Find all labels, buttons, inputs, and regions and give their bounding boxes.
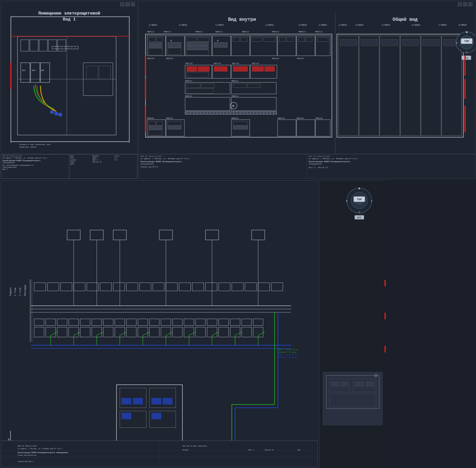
svg-text:по адресу: г.Москва, ул. Ленящ: по адресу: г.Москва, ул. Ленящих дом 87 …: [18, 448, 62, 450]
svg-rect-106: [265, 66, 275, 71]
svg-rect-188: [381, 39, 398, 46]
svg-rect-86: [316, 36, 330, 55]
svg-rect-113: [231, 82, 276, 94]
svg-text:Вид внутри: Вид внутри: [228, 17, 256, 22]
tb-roles: Разраб Пров. Лист 2 Листов 14: [93, 155, 115, 163]
right-panel-svg: Вид внутри Общий вид 1/8RG4 4/8RG4 1/8RG…: [139, 1, 475, 179]
svg-point-17: [59, 113, 62, 116]
svg-text:1/8RG4: 1/8RG4: [319, 24, 327, 26]
svg-rect-82: [287, 37, 293, 41]
svg-text:MBN252: MBN252: [166, 117, 174, 120]
svg-text:Схема электрическая: Схема электрическая: [18, 454, 36, 456]
svg-rect-114: [233, 84, 246, 88]
svg-rect-168: [297, 120, 315, 136]
svg-rect-300: [121, 413, 131, 419]
svg-text:MBM113: MBM113: [272, 31, 279, 33]
svg-rect-349: [366, 381, 374, 386]
svg-rect-57: [156, 37, 163, 41]
svg-text:N: N: [359, 187, 360, 190]
svg-rect-171: [145, 79, 146, 99]
svg-rect-60: [149, 49, 162, 55]
svg-rect-353: [384, 280, 386, 286]
svg-text:Мансарда: Мансарда: [24, 285, 26, 296]
svg-rect-36: [11, 36, 129, 37]
svg-rect-165: [233, 121, 248, 125]
svg-text:MBN162: MBN162: [297, 117, 304, 120]
tb-total-sheets: Листов 14: [318, 166, 328, 169]
drawing-area-left: Помещение элеткрощитовой Вид 1: [1, 1, 138, 179]
svg-text:Укладка в лоду кабельных трей: Укладка в лоду кабельных трей: [19, 143, 51, 146]
svg-rect-70: [187, 50, 208, 55]
svg-rect-69: [187, 46, 208, 50]
svg-text:Изм Лист № Доку Подп Дата: Изм Лист № Доку Подп Дата: [182, 445, 207, 447]
svg-text:MBM113: MBM113: [298, 31, 306, 33]
svg-rect-58: [149, 43, 162, 45]
tb-codes: Кабел АСС P_2: [114, 155, 137, 161]
title-cell-2: Изм Лист № Доку Подп Дата Разраб Пров. Л…: [69, 154, 138, 179]
svg-text:MBT142: MBT142: [214, 62, 221, 65]
svg-text:1/8RG4: 1/8RG4: [149, 24, 157, 26]
svg-rect-6: [40, 63, 50, 83]
svg-rect-203: [464, 79, 466, 99]
svg-rect-189: [402, 39, 418, 46]
svg-rect-14: [58, 40, 66, 51]
svg-text:АСС: АСС: [298, 449, 301, 451]
svg-rect-64: [168, 48, 181, 55]
svg-rect-109: [185, 82, 230, 94]
svg-rect-11: [30, 40, 38, 51]
svg-rect-167: [278, 120, 296, 136]
svg-rect-75: [233, 37, 240, 41]
svg-rect-354: [384, 313, 386, 319]
svg-text:MBN162: MBN162: [316, 117, 323, 120]
svg-rect-299: [163, 398, 173, 405]
svg-text:Кабелей 1-12 фазы: Кабелей 1-12 фазы: [278, 351, 297, 353]
svg-text:Экипаж 3ид 8ГА-2: Экипаж 3ид 8ГА-2: [18, 461, 33, 462]
tb-date: Дата: [70, 163, 93, 165]
svg-text:MBN162: MBN162: [278, 117, 285, 120]
svg-rect-59: [149, 46, 162, 48]
svg-text:1/8RG4: 1/8RG4: [382, 24, 390, 26]
tb-listov: Листов 14: [93, 161, 115, 163]
svg-text:Подвал: Подвал: [9, 288, 12, 296]
bottom-row: − □ × Подвал 1 этаж 2 этаж Мансарда: [0, 180, 476, 468]
tb-view-right: Экипаж 3ид 8ГА-2: [140, 166, 305, 168]
svg-text:4/8RG4: 4/8RG4: [298, 24, 307, 26]
svg-text:4/8RG4: 4/8RG4: [355, 24, 364, 26]
svg-rect-179: [337, 34, 463, 137]
svg-text:Реконструкция В3665 Распредели: Реконструкция В3665 Распределительного о…: [18, 451, 68, 453]
svg-rect-10: [21, 40, 29, 51]
svg-text:Кабелей 3-30 фазы: Кабелей 3-30 фазы: [278, 356, 297, 359]
svg-text:MBM113: MBM113: [315, 31, 323, 33]
main-container: − □ × Помещение элеткрощитовой Вид 1: [0, 0, 476, 468]
svg-rect-355: [384, 346, 386, 352]
svg-rect-170: [145, 56, 146, 76]
svg-text:S: S: [359, 211, 360, 214]
floor-plan-svg: ВП1 ВП2 АВР: [1, 1, 138, 179]
svg-text:MBM213: MBM213: [231, 95, 239, 97]
svg-text:E: E: [371, 199, 373, 202]
svg-rect-54: [145, 34, 332, 137]
svg-text:MBM213: MBM213: [185, 95, 192, 97]
svg-rect-190: [423, 39, 439, 46]
svg-rect-111: [201, 84, 214, 88]
tb-company-right: 000 кВ "Инвестстрой": [140, 155, 305, 158]
svg-rect-186: [340, 39, 357, 46]
svg-text:4/8RG4: 4/8RG4: [179, 24, 187, 26]
svg-text:MBM113: MBM113: [195, 31, 203, 33]
svg-rect-76: [240, 37, 247, 41]
svg-rect-112: [187, 88, 214, 93]
svg-rect-348: [354, 381, 364, 386]
svg-rect-56: [149, 37, 155, 41]
svg-text:Разраб: Разраб: [182, 449, 188, 451]
svg-text:1/8RG4: 1/8RG4: [265, 24, 274, 26]
svg-text:MBT142: MBT142: [252, 62, 259, 65]
svg-text:4/8RG4: 4/8RG4: [458, 24, 467, 26]
svg-text:MBM112: MBM112: [147, 31, 154, 33]
svg-rect-296: [121, 398, 131, 405]
svg-text:Общий вид: Общий вид: [393, 17, 418, 22]
svg-rect-119: [231, 97, 276, 111]
svg-rect-35: [10, 63, 12, 89]
svg-text:MBM113: MBM113: [164, 31, 171, 33]
svg-rect-101: [214, 66, 227, 71]
svg-text:ВП2: ВП2: [32, 69, 36, 72]
